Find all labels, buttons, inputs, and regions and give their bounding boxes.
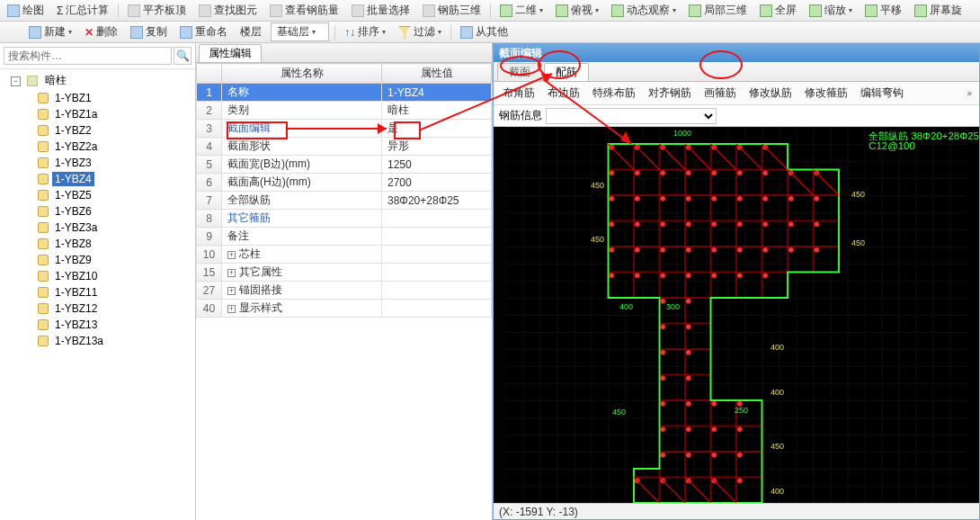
tab-properties[interactable]: 属性编辑 xyxy=(199,44,262,62)
tb-steel3d[interactable]: 钢筋三维 xyxy=(419,1,485,20)
tree-panel: 🔍 − 暗柱 1-YBZ11-YBZ1a1-YBZ21-YBZ2a1-YBZ31… xyxy=(0,43,196,520)
dim: 400 xyxy=(771,388,784,397)
tb-pan[interactable]: 平移 xyxy=(861,1,905,20)
property-row[interactable]: 7全部纵筋38Φ20+28Φ25 xyxy=(197,192,492,210)
property-row[interactable]: 9备注 xyxy=(197,228,492,246)
tree-item[interactable]: 1-YBZ3a xyxy=(11,220,193,236)
tb-viewsteel[interactable]: 查看钢筋量 xyxy=(266,1,343,20)
search-button[interactable]: 🔍 xyxy=(174,47,192,65)
property-panel: 属性编辑 属性名称 属性值 1名称1-YBZ42类别暗柱3截面编辑是4截面形状异… xyxy=(196,43,493,520)
tree-item-label: 1-YBZ3a xyxy=(52,220,100,235)
property-row[interactable]: 8其它箍筋 xyxy=(197,210,492,228)
tree-item[interactable]: 1-YBZ3 xyxy=(11,155,193,171)
tb-find[interactable]: 查找图元 xyxy=(195,1,261,20)
dim: 450 xyxy=(771,442,784,451)
btn-stirrup[interactable]: 画箍筋 xyxy=(699,84,742,103)
tb-full[interactable]: 全屏 xyxy=(756,1,800,20)
property-row[interactable]: 6截面高(H边)(mm)2700 xyxy=(197,174,492,192)
tree-item-label: 1-YBZ10 xyxy=(52,269,100,283)
tb-2d[interactable]: 二维▾ xyxy=(496,1,547,20)
property-row[interactable]: 27+锚固搭接 xyxy=(197,282,492,300)
overflow-icon[interactable]: » xyxy=(963,88,976,98)
tree-item[interactable]: 1-YBZ12 xyxy=(11,300,193,317)
btn-modstir[interactable]: 修改箍筋 xyxy=(799,84,853,103)
section-canvas[interactable]: 全部纵筋 38Φ20+28Φ25 C12@100 1000 400 300 15… xyxy=(494,127,979,503)
item-icon xyxy=(38,190,49,201)
dim: 450 xyxy=(612,408,626,417)
tb-orbit[interactable]: 动态观察▾ xyxy=(608,1,680,20)
tree-item[interactable]: 1-YBZ1 xyxy=(11,90,193,106)
tree-item-label: 1-YBZ8 xyxy=(52,237,94,251)
tb-draw[interactable]: 绘图 xyxy=(4,1,48,20)
tb-batchsel[interactable]: 批量选择 xyxy=(348,1,414,20)
item-icon xyxy=(38,271,49,282)
item-icon xyxy=(38,238,49,249)
property-row[interactable]: 15+其它属性 xyxy=(197,264,492,282)
tree-item[interactable]: 1-YBZ6 xyxy=(11,203,193,220)
tree-root[interactable]: − 暗柱 xyxy=(11,71,193,90)
collapse-icon[interactable]: − xyxy=(11,76,21,86)
steel-info-select[interactable] xyxy=(546,108,717,124)
tb-rename[interactable]: 重命名 xyxy=(176,22,231,41)
item-icon xyxy=(38,336,49,346)
tree-item[interactable]: 1-YBZ5 xyxy=(11,187,193,203)
property-row[interactable]: 5截面宽(B边)(mm)1250 xyxy=(197,156,492,174)
tb-leveltop[interactable]: 平齐板顶 xyxy=(124,1,190,20)
tb-topview[interactable]: 俯视▾ xyxy=(552,1,602,20)
btn-modlong[interactable]: 修改纵筋 xyxy=(744,84,797,103)
item-icon xyxy=(38,141,49,152)
item-icon xyxy=(38,287,49,298)
tree-item-label: 1-YBZ13 xyxy=(52,318,100,332)
btn-edge[interactable]: 布边筋 xyxy=(542,84,585,103)
tree-item[interactable]: 1-YBZ9 xyxy=(11,252,193,268)
tree-item-label: 1-YBZ3 xyxy=(52,156,94,170)
dim: 400 xyxy=(771,343,784,352)
property-row[interactable]: 4截面形状异形 xyxy=(197,138,492,156)
tb-floor-lbl: 楼层 xyxy=(236,22,265,41)
btn-align[interactable]: 对齐钢筋 xyxy=(643,84,697,103)
tree-item[interactable]: 1-YBZ13 xyxy=(11,317,193,333)
item-icon xyxy=(38,174,49,184)
component-tree[interactable]: − 暗柱 1-YBZ11-YBZ1a1-YBZ21-YBZ2a1-YBZ31-Y… xyxy=(0,69,195,520)
tree-item[interactable]: 1-YBZ1a xyxy=(11,106,193,122)
tb-sort[interactable]: ↑↓排序▾ xyxy=(341,22,389,41)
canvas-status: (X: -1591 Y: -13) xyxy=(494,503,979,519)
tree-item[interactable]: 1-YBZ13a xyxy=(11,333,193,349)
steel-label: 钢筋信息 xyxy=(499,108,542,123)
tb-del[interactable]: ✕删除 xyxy=(81,22,121,41)
item-icon xyxy=(38,222,49,233)
property-row[interactable]: 40+显示样式 xyxy=(197,300,492,318)
tree-item-label: 1-YBZ12 xyxy=(52,301,100,316)
tb-zoom[interactable]: 缩放▾ xyxy=(806,1,856,20)
search-input[interactable] xyxy=(4,47,172,65)
dim: 450 xyxy=(851,190,865,199)
property-row[interactable]: 1名称1-YBZ4 xyxy=(197,84,492,102)
tree-item[interactable]: 1-YBZ2 xyxy=(11,122,193,139)
btn-special[interactable]: 特殊布筋 xyxy=(587,84,641,103)
tb-local3d[interactable]: 局部三维 xyxy=(685,1,751,20)
property-row[interactable]: 10+芯柱 xyxy=(197,246,492,264)
col-value: 属性值 xyxy=(382,64,492,84)
item-icon xyxy=(38,319,49,330)
tb-sum[interactable]: Σ汇总计算 xyxy=(53,1,112,20)
dim: 400 xyxy=(771,487,784,496)
tree-item[interactable]: 1-YBZ10 xyxy=(11,268,193,284)
property-row[interactable]: 2类别暗柱 xyxy=(197,102,492,120)
tb-new[interactable]: 新建▾ xyxy=(25,22,76,41)
tb-filter[interactable]: 过滤▾ xyxy=(395,22,445,41)
tree-item[interactable]: 1-YBZ8 xyxy=(11,236,193,252)
toolbar-row-2: 新建▾ ✕删除 复制 重命名 楼层 基础层▾ ↑↓排序▾ 过滤▾ 从其他 xyxy=(0,22,980,43)
tree-item-label: 1-YBZ4 xyxy=(52,172,94,186)
tree-item[interactable]: 1-YBZ4 xyxy=(11,171,193,187)
tb-copy[interactable]: 复制 xyxy=(127,22,171,41)
btn-hook[interactable]: 编辑弯钩 xyxy=(855,84,909,103)
property-grid[interactable]: 属性名称 属性值 1名称1-YBZ42类别暗柱3截面编辑是4截面形状异形5截面宽… xyxy=(196,63,492,318)
btn-corner[interactable]: 布角筋 xyxy=(497,84,540,103)
tree-item[interactable]: 1-YBZ11 xyxy=(11,284,193,300)
editor-toolbar: 布角筋 布边筋 特殊布筋 对齐钢筋 画箍筋 修改纵筋 修改箍筋 编辑弯钩 » xyxy=(494,82,979,105)
tree-item[interactable]: 1-YBZ2a xyxy=(11,139,193,155)
tb-floor-dd[interactable]: 基础层▾ xyxy=(271,22,329,41)
tb-rotate[interactable]: 屏幕旋 xyxy=(911,1,966,20)
tb-fromother[interactable]: 从其他 xyxy=(457,22,512,41)
section-drawing: 全部纵筋 38Φ20+28Φ25 C12@100 xyxy=(494,127,979,503)
